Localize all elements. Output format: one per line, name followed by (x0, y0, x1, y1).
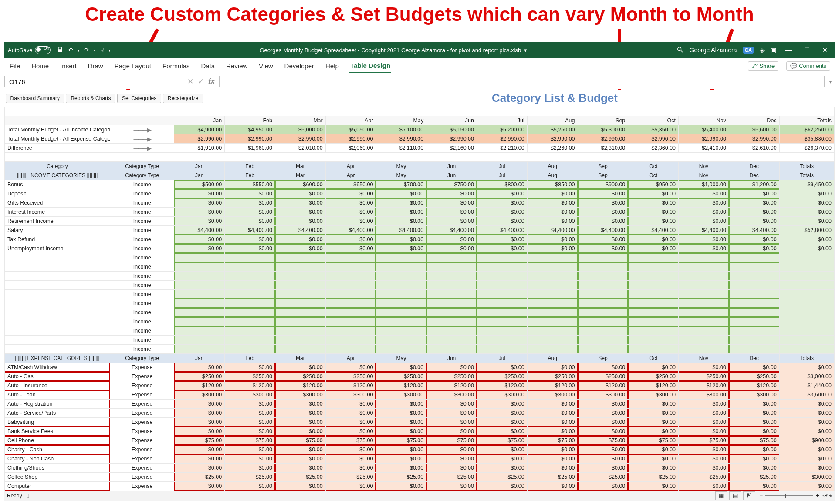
tab-draw[interactable]: Draw (87, 60, 104, 72)
ribbon-tabs: File Home Insert Draw Page Layout Formul… (4, 58, 835, 74)
comments-button[interactable]: 💬 Comments (786, 61, 830, 71)
tab-page-layout[interactable]: Page Layout (114, 60, 152, 72)
autosave-toggle[interactable]: AutoSave Off (8, 46, 51, 54)
zoom-level[interactable]: 58% (822, 493, 832, 499)
tab-insert[interactable]: Insert (59, 60, 78, 72)
user-name[interactable]: George Alzamora (690, 47, 737, 54)
accept-formula-icon[interactable]: ✓ (198, 77, 204, 86)
minimize-button[interactable]: ― (782, 47, 795, 54)
maximize-button[interactable]: ☐ (801, 47, 813, 54)
tab-data[interactable]: Data (200, 60, 216, 72)
titlebar: AutoSave Off ↶ ▾ ↷ ▾ ☟ ▾ Georges Monthly… (4, 42, 835, 58)
ribbon-display-icon[interactable]: ▣ (771, 47, 776, 54)
undo-icon[interactable]: ↶ (68, 47, 73, 54)
close-button[interactable]: ✕ (819, 47, 831, 54)
name-box[interactable] (4, 76, 174, 87)
tab-help[interactable]: Help (325, 60, 340, 72)
toolbar-button[interactable]: Dashboard Summary (6, 94, 64, 103)
share-button[interactable]: 🖉 Share (748, 61, 778, 71)
expand-formula-icon[interactable]: ▾ (829, 78, 832, 85)
annotation-text: Create Custom Categories & Set Budgets w… (0, 3, 839, 25)
svg-point-3 (677, 47, 681, 50)
status-ready: Ready (7, 493, 22, 499)
view-page-layout-icon[interactable]: ▤ (729, 491, 741, 500)
tab-formulas[interactable]: Formulas (162, 60, 191, 72)
toolbar-button[interactable]: Set Categories (117, 94, 161, 103)
redo-icon[interactable]: ↷ (84, 47, 89, 54)
toolbar-button[interactable]: Recategorize (163, 94, 203, 103)
zoom-out-icon[interactable]: − (760, 493, 763, 499)
search-icon[interactable] (677, 46, 683, 54)
view-normal-icon[interactable]: ▦ (715, 491, 727, 500)
fx-icon[interactable]: fx (208, 77, 215, 86)
document-title: Georges Monthly Budget Spreadsheet - Cop… (115, 47, 672, 54)
save-icon[interactable] (57, 46, 64, 54)
cancel-formula-icon[interactable]: ✕ (187, 77, 193, 86)
formula-bar: ✕ ✓ fx ▾ (4, 74, 835, 89)
tab-review[interactable]: Review (225, 60, 248, 72)
user-avatar[interactable]: GA (743, 47, 754, 54)
toolbar-button[interactable]: Reports & Charts (66, 94, 115, 103)
tab-file[interactable]: File (9, 60, 21, 72)
tab-table-design[interactable]: Table Design (349, 59, 391, 73)
formula-input[interactable] (219, 76, 825, 87)
touch-mode-icon[interactable]: ☟ (100, 47, 104, 54)
tab-developer[interactable]: Developer (284, 60, 315, 72)
diamond-icon[interactable]: ◈ (760, 47, 765, 54)
status-bar: Ready ▯ ▦ ▤ 凹 − + 58% (4, 491, 835, 501)
worksheet-grid[interactable]: Dashboard Summary Reports & Charts Set C… (4, 90, 835, 491)
view-page-break-icon[interactable]: 凹 (743, 491, 755, 500)
tab-view[interactable]: View (258, 60, 274, 72)
tab-home[interactable]: Home (30, 60, 50, 72)
svg-line-4 (681, 50, 683, 52)
zoom-slider[interactable] (765, 495, 813, 496)
macro-record-icon[interactable]: ▯ (27, 493, 30, 499)
zoom-in-icon[interactable]: + (816, 493, 819, 499)
